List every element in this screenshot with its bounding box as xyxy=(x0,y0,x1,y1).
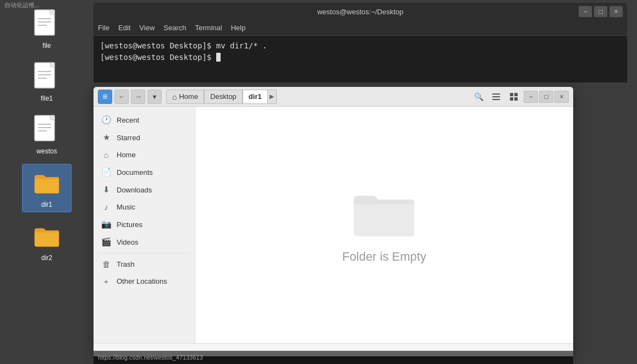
terminal-title: westos@westos:~/Desktop xyxy=(317,8,404,16)
desktop-item-dir2[interactable]: dir2 xyxy=(22,218,72,265)
terminal-menu-search[interactable]: Search xyxy=(163,24,186,32)
svg-rect-21 xyxy=(514,97,518,101)
sidebar-divider xyxy=(98,253,190,253)
terminal-window: westos@westos:~/Desktop − □ × File Edit … xyxy=(94,3,627,82)
sidebar-item-videos-label: Videos xyxy=(117,238,139,246)
desktop-item-dir2-label: dir2 xyxy=(41,254,52,262)
terminal-content[interactable]: [westos@westos Desktop]$ mv dir1/* . [we… xyxy=(94,36,627,82)
trash-icon: 🗑 xyxy=(101,260,111,269)
fm-sidebar: 🕐 Recent ★ Starred ⌂ Home 📄 Documents ⬇ … xyxy=(94,107,195,343)
fm-titlebar: ≡ ← → ▼ ⌂ Home Desktop dir1 ▶ 🔍 xyxy=(94,87,573,107)
home-icon: ⌂ xyxy=(172,92,177,101)
fm-back-button[interactable]: ← xyxy=(114,90,129,104)
terminal-titlebar: westos@westos:~/Desktop − □ × xyxy=(94,3,627,20)
documents-icon: 📄 xyxy=(101,167,111,177)
sidebar-item-home[interactable]: ⌂ Home xyxy=(94,146,195,163)
desktop-item-westos[interactable]: westos xyxy=(22,111,72,158)
sidebar-item-trash[interactable]: 🗑 Trash xyxy=(94,256,195,273)
sidebar-item-recent[interactable]: 🕐 Recent xyxy=(94,111,195,129)
videos-icon: 🎬 xyxy=(101,237,111,247)
home-sidebar-icon: ⌂ xyxy=(101,150,111,159)
terminal-cursor xyxy=(216,53,221,62)
sidebar-item-music[interactable]: ♪ Music xyxy=(94,198,195,216)
sidebar-item-other-locations-label: Other Locations xyxy=(117,277,167,285)
svg-rect-19 xyxy=(514,93,518,96)
sidebar-item-starred[interactable]: ★ Starred xyxy=(94,129,195,146)
sidebar-item-music-label: Music xyxy=(117,203,135,211)
desktop-item-file1-label: file1 xyxy=(41,95,53,102)
fm-breadcrumb-dir1-label: dir1 xyxy=(249,92,262,101)
sidebar-item-documents[interactable]: 📄 Documents xyxy=(94,163,195,181)
terminal-menu-view[interactable]: View xyxy=(139,24,155,32)
sidebar-item-other-locations[interactable]: + Other Locations xyxy=(94,273,195,290)
svg-rect-11 xyxy=(50,115,54,120)
desktop-item-file-label: file xyxy=(42,42,51,49)
fm-maximize-button[interactable]: □ xyxy=(539,91,553,103)
fm-main-content: Folder is Empty xyxy=(195,107,573,343)
fm-breadcrumb-next-button[interactable]: ▶ xyxy=(268,90,277,104)
other-locations-icon: + xyxy=(101,277,111,286)
file-manager-window: ≡ ← → ▼ ⌂ Home Desktop dir1 ▶ 🔍 xyxy=(94,87,573,356)
url-bar: https://blog.csdn.net/westos_47133613 xyxy=(94,351,573,364)
desktop-panel: 自动化运维... file file1 xyxy=(0,0,94,364)
terminal-menu-help[interactable]: Help xyxy=(231,24,246,32)
fm-down-button[interactable]: ▼ xyxy=(147,90,162,104)
fm-close-button[interactable]: × xyxy=(554,91,569,103)
folder-dir2-icon xyxy=(34,221,60,252)
terminal-line-1: [westos@westos Desktop]$ mv dir1/* . xyxy=(100,40,620,52)
terminal-close-button[interactable]: × xyxy=(609,6,623,17)
svg-rect-18 xyxy=(510,93,513,96)
fm-list-view-button[interactable] xyxy=(488,90,504,104)
empty-folder-icon xyxy=(351,186,417,243)
sidebar-item-documents-label: Documents xyxy=(117,168,153,177)
svg-rect-6 xyxy=(50,63,54,67)
svg-rect-17 xyxy=(492,99,500,100)
sidebar-item-videos[interactable]: 🎬 Videos xyxy=(94,233,195,251)
terminal-menubar: File Edit View Search Terminal Help xyxy=(94,20,627,36)
empty-folder-text: Folder is Empty xyxy=(342,250,426,264)
terminal-menu-edit[interactable]: Edit xyxy=(118,24,130,32)
fm-body: 🕐 Recent ★ Starred ⌂ Home 📄 Documents ⬇ … xyxy=(94,107,573,343)
fm-forward-button[interactable]: → xyxy=(131,90,145,104)
terminal-maximize-button[interactable]: □ xyxy=(594,6,607,17)
fm-toolbar-right: 🔍 xyxy=(471,90,521,104)
fm-breadcrumb-home[interactable]: ⌂ Home xyxy=(166,90,204,104)
fm-breadcrumb-desktop[interactable]: Desktop xyxy=(204,90,243,104)
desktop-item-dir1[interactable]: dir1 xyxy=(22,164,72,212)
text-file1-icon xyxy=(34,62,60,92)
url-text: https://blog.csdn.net/westos_47133613 xyxy=(98,354,203,361)
fm-breadcrumb-home-label: Home xyxy=(179,92,198,101)
sidebar-item-home-label: Home xyxy=(117,151,136,159)
fm-window-controls: − □ × xyxy=(524,91,569,103)
music-icon: ♪ xyxy=(101,202,111,212)
fm-minimize-button[interactable]: − xyxy=(524,91,538,103)
empty-folder-container: Folder is Empty xyxy=(342,186,426,264)
sidebar-item-starred-label: Starred xyxy=(117,134,140,142)
recent-icon: 🕐 xyxy=(101,115,111,125)
fm-search-button[interactable]: 🔍 xyxy=(471,90,486,104)
desktop-item-westos-label: westos xyxy=(36,147,57,155)
fm-grid-view-button[interactable] xyxy=(506,90,521,104)
desktop-item-dir1-label: dir1 xyxy=(41,201,52,208)
sidebar-item-downloads[interactable]: ⬇ Downloads xyxy=(94,181,195,198)
sidebar-item-pictures[interactable]: 📷 Pictures xyxy=(94,216,195,233)
pictures-icon: 📷 xyxy=(101,219,111,229)
sidebar-item-pictures-label: Pictures xyxy=(117,220,142,229)
terminal-menu-file[interactable]: File xyxy=(98,24,109,32)
text-file-icon xyxy=(34,9,60,40)
svg-rect-20 xyxy=(510,97,513,101)
fm-breadcrumb-desktop-label: Desktop xyxy=(210,92,237,101)
fm-breadcrumb-dir1[interactable]: dir1 xyxy=(243,90,268,104)
desktop-label: 自动化运维... xyxy=(4,1,40,9)
terminal-line-2: [westos@westos Desktop]$ xyxy=(100,52,620,63)
sidebar-item-downloads-label: Downloads xyxy=(117,186,152,194)
sidebar-item-recent-label: Recent xyxy=(117,116,139,124)
terminal-menu-terminal[interactable]: Terminal xyxy=(195,24,222,32)
starred-icon: ★ xyxy=(101,133,111,142)
desktop-item-file1[interactable]: file1 xyxy=(22,58,72,106)
fm-sidebar-toggle-button[interactable]: ≡ xyxy=(98,90,112,104)
folder-dir1-icon xyxy=(34,168,60,198)
downloads-icon: ⬇ xyxy=(101,185,111,195)
terminal-minimize-button[interactable]: − xyxy=(579,6,592,17)
desktop-item-file[interactable]: file xyxy=(22,5,72,53)
